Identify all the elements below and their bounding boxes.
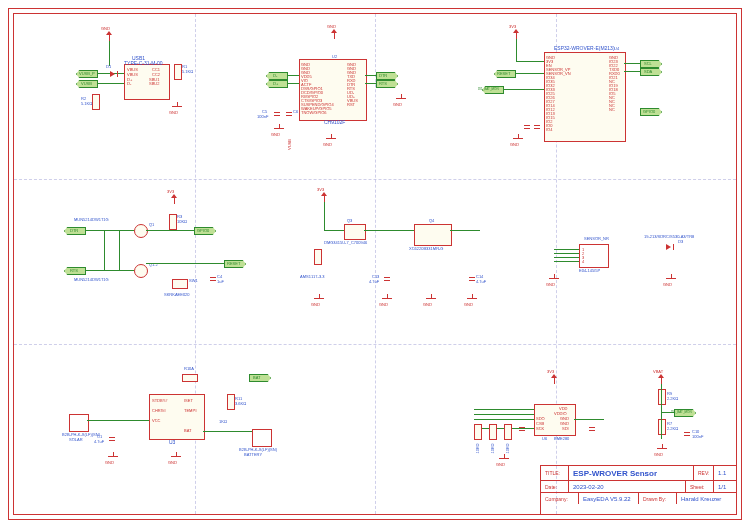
pwr-3v3-icon: [319, 192, 329, 202]
res-r5: [489, 424, 497, 440]
gnd-icon: [106, 452, 120, 460]
res-rx: [504, 424, 512, 440]
cap-c14: [469, 274, 475, 284]
q2-transistor: [134, 264, 148, 278]
gnd-icon: [312, 294, 326, 302]
led-d3: [666, 244, 674, 250]
res-r11: [227, 394, 235, 410]
gnd-icon: [497, 454, 511, 462]
title-key: TITLE:: [545, 470, 560, 476]
gnd-icon: [380, 294, 394, 302]
res-r12: [474, 424, 482, 440]
sheet-key: Sheet:: [690, 484, 704, 490]
resistor-r2: [92, 94, 100, 110]
ch9102-name: CH9102F: [324, 120, 345, 125]
res-r14: [314, 249, 322, 265]
cap-c5: [274, 109, 280, 119]
sheet-value: 1/1: [718, 484, 726, 490]
gnd-icon: [664, 274, 678, 282]
gnd-icon: [547, 274, 561, 282]
pwr-3v3-icon: [549, 374, 559, 384]
gnd-icon: [511, 134, 525, 142]
gnd-icon: [394, 94, 408, 102]
cap-c11: [519, 424, 525, 434]
sw1-button: [172, 279, 188, 289]
date-key: Date:: [545, 484, 557, 490]
title-block: TITLE: ESP-WROVER Sensor REV: 1.1 Date: …: [540, 465, 736, 514]
gnd-icon: [324, 134, 338, 142]
cap-c1: [109, 434, 115, 444]
usb-type: TYPE-C-31-M-00: [124, 61, 163, 66]
cap-c4: [210, 274, 216, 284]
pwr-3v3-icon: [169, 194, 179, 204]
resistor-r1: [174, 64, 182, 80]
solar-conn: [69, 414, 89, 432]
ldo2-symbol: [414, 224, 452, 246]
res-r3: [169, 214, 177, 230]
schematic-sheet: USB1 TYPE-C-31-M-00 VBUS VBUS D+ D- CC1 …: [8, 8, 742, 520]
rev-value: 1.1: [718, 470, 726, 476]
cap-c6: [286, 109, 292, 119]
q3-mosfet: [344, 224, 366, 240]
company-value: EasyEDA V5.9.22: [583, 496, 631, 502]
rev-key: REV:: [698, 470, 709, 476]
cap-c13: [384, 274, 390, 284]
inner-frame: USB1 TYPE-C-31-M-00 VBUS VBUS D+ D- CC1 …: [13, 13, 737, 515]
drawn-key: Drawn By:: [643, 496, 666, 502]
gnd-icon: [170, 102, 184, 110]
gnd-icon: [272, 124, 286, 132]
cap-c8: [534, 122, 540, 132]
diode-d1: [110, 71, 118, 77]
res-r10: [182, 374, 198, 382]
drawn-value: Harald Kreuzer: [681, 496, 721, 502]
res-r9: [658, 389, 666, 405]
pwr-3v3-icon: [511, 29, 521, 39]
q1-transistor: [134, 224, 148, 238]
power-gnd-icon: [104, 31, 114, 41]
gnd-icon: [424, 294, 438, 302]
esp32-name: ESP32-WROVER-E(M213): [554, 46, 615, 51]
pwr-icon: [329, 29, 339, 39]
res-r7: [658, 419, 666, 435]
cap-c7: [524, 122, 530, 132]
cap-c12: [589, 424, 595, 434]
gnd-icon: [465, 294, 479, 302]
cap-c10: [684, 429, 690, 439]
date-value: 2023-02-20: [573, 484, 604, 490]
company-key: Company:: [545, 496, 568, 502]
gnd-icon: [655, 444, 669, 452]
title-value: ESP-WROVER Sensor: [573, 469, 657, 478]
gnd-icon: [169, 452, 183, 460]
battery-conn: [252, 429, 272, 447]
pwr-vbat-icon: [656, 374, 666, 384]
